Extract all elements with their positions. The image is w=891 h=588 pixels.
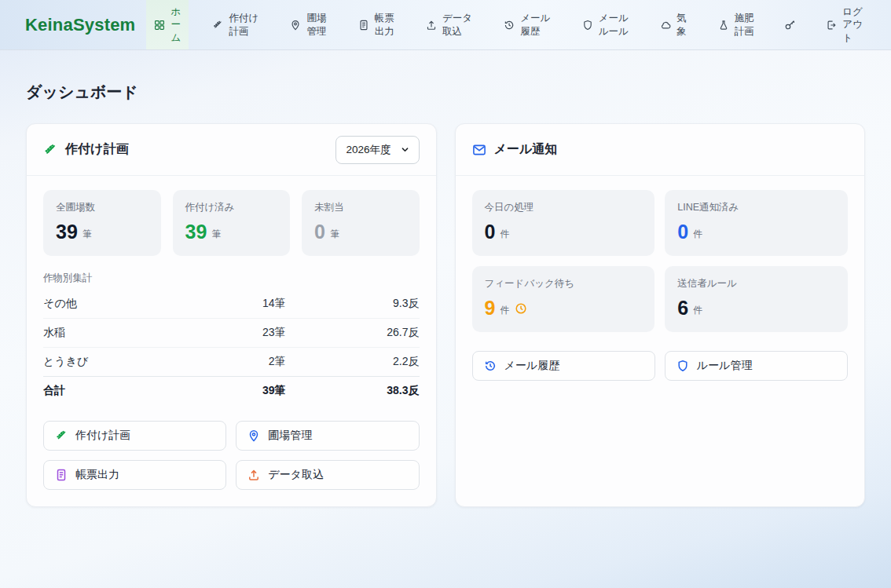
nav-item-fertilizer-plan[interactable]: 施肥 計画: [710, 0, 762, 49]
stat-unassigned-fields: 未割当 0筆: [302, 190, 420, 256]
stat-line-notified: LINE通知済み 0件: [665, 190, 848, 256]
nav-item-label: ホ ー ム: [170, 5, 181, 44]
planting-card-actions: 作付け計画 圃場管理 帳票出力 データ取込: [43, 421, 420, 490]
planting-card-body: 全圃場数 39筆 作付け済み 39筆 未割当 0筆 作物別集計 その: [27, 176, 436, 506]
mail-history-button[interactable]: メール履歴: [472, 351, 655, 381]
nav-item-mail-history[interactable]: メール 履歴: [496, 0, 558, 49]
page-title: ダッシュボード: [26, 82, 891, 103]
dashboard-cards: 作付け計画 2026年度 全圃場数 39筆 作付け済み 39筆: [26, 123, 865, 507]
table-row-total: 合計 39筆 38.3反: [43, 376, 420, 405]
grid-icon: [154, 20, 165, 31]
stat-value: 9: [485, 297, 496, 320]
chevron-down-icon: [401, 145, 409, 154]
year-select[interactable]: 2026年度: [336, 136, 419, 164]
shield-icon: [676, 360, 689, 372]
upload-icon: [426, 20, 437, 31]
nav-item-data-import[interactable]: データ 取込: [418, 0, 480, 49]
nav-item-logout[interactable]: ログ アウ ト: [818, 0, 871, 49]
envelope-icon: [472, 143, 486, 157]
nav-item-label: メール ルール: [599, 12, 629, 38]
mail-card-header: メール通知: [456, 124, 865, 176]
file-icon: [358, 20, 369, 31]
report-output-button[interactable]: 帳票出力: [43, 460, 226, 490]
year-select-value: 2026年度: [346, 143, 390, 157]
nav-item-label: 圃場 管理: [306, 12, 326, 38]
mail-card-title: メール通知: [472, 141, 558, 158]
mail-card-body: 今日の処理 0件 LINE通知済み 0件 フィードバック待ち 9件: [456, 176, 865, 506]
stat-today-processed: 今日の処理 0件: [472, 190, 655, 256]
stat-value: 0: [485, 221, 496, 243]
nav-item-label: 気 象: [676, 12, 687, 38]
crop-count: 14筆: [192, 297, 286, 311]
crop-name: その他: [43, 297, 192, 311]
logout-icon: [826, 20, 837, 31]
nav-item-label: 作付け 計画: [229, 12, 258, 38]
flask-icon: [718, 20, 729, 31]
clock-icon: [515, 302, 527, 315]
crop-area: 38.3反: [286, 384, 420, 398]
crop-name: 水稲: [43, 326, 192, 340]
planting-stats: 全圃場数 39筆 作付け済み 39筆 未割当 0筆: [43, 190, 420, 256]
nav-item-planting-plan[interactable]: 作付け 計画: [204, 0, 266, 49]
crop-name: とうきび: [43, 355, 192, 369]
crop-area: 26.7反: [286, 326, 420, 340]
crop-count: 39筆: [192, 384, 286, 398]
stat-unit: 件: [500, 228, 509, 241]
upload-icon: [248, 469, 260, 481]
crop-area: 9.3反: [286, 297, 420, 311]
data-import-button[interactable]: データ取込: [236, 460, 419, 490]
table-row: その他 14筆 9.3反: [43, 290, 420, 318]
file-icon: [55, 469, 68, 481]
stat-unit: 筆: [330, 228, 339, 241]
stat-value: 39: [185, 221, 207, 243]
cloud-icon: [660, 20, 671, 31]
mail-stats-row2: フィードバック待ち 9件 送信者ルール 6件: [472, 266, 849, 332]
stat-value: 0: [314, 221, 325, 243]
nav-item-label: 帳票 出力: [375, 12, 394, 38]
top-navbar: KeinaSystem ホ ー ム 作付け 計画 圃場 管理 帳票 出力 データ: [0, 0, 891, 50]
pin-icon: [290, 20, 301, 31]
stat-sender-rules: 送信者ルール 6件: [665, 266, 848, 332]
stat-value: 0: [677, 221, 688, 243]
mail-stats-row1: 今日の処理 0件 LINE通知済み 0件: [472, 190, 849, 256]
planting-plan-button[interactable]: 作付け計画: [43, 421, 226, 451]
stat-feedback-pending: フィードバック待ち 9件: [472, 266, 655, 332]
nav-item-label: ログ アウ ト: [842, 5, 863, 44]
mail-notification-card: メール通知 今日の処理 0件 LINE通知済み 0件 フィードバック: [455, 123, 866, 507]
clock-history-icon: [504, 20, 515, 31]
key-icon: [784, 19, 796, 31]
field-management-button[interactable]: 圃場管理: [236, 421, 419, 451]
nav-item-mail-rules[interactable]: メール ルール: [574, 0, 636, 49]
planting-card-title: 作付け計画: [43, 141, 128, 158]
nav-item-weather[interactable]: 気 象: [652, 0, 695, 49]
crop-area: 2.2反: [286, 355, 420, 369]
planting-plan-card: 作付け計画 2026年度 全圃場数 39筆 作付け済み 39筆: [26, 123, 437, 507]
shield-icon: [582, 20, 593, 31]
crop-count: 2筆: [192, 355, 286, 369]
table-row: 水稲 23筆 26.7反: [43, 318, 420, 347]
nav-item-home[interactable]: ホ ー ム: [146, 0, 189, 49]
stat-value: 39: [56, 221, 78, 243]
crop-breakdown-label: 作物別集計: [43, 272, 420, 290]
stat-unit: 筆: [82, 228, 92, 241]
stat-total-fields: 全圃場数 39筆: [43, 190, 161, 256]
stat-unit: 件: [500, 304, 509, 317]
nav-item-label: メール 履歴: [520, 12, 550, 38]
pin-icon: [248, 429, 260, 442]
stat-unit: 件: [693, 304, 702, 317]
mail-card-actions: メール履歴 ルール管理: [472, 351, 849, 381]
nav-item-label: 施肥 計画: [735, 12, 754, 38]
crop-count: 23筆: [192, 326, 286, 340]
nav-item-report-output[interactable]: 帳票 出力: [350, 0, 402, 49]
planting-card-header: 作付け計画 2026年度: [27, 124, 436, 176]
stat-value: 6: [677, 297, 688, 320]
brand-logo[interactable]: KeinaSystem: [25, 15, 135, 35]
nav-item-password-key[interactable]: [778, 0, 802, 49]
dashboard-page: KeinaSystem ホ ー ム 作付け 計画 圃場 管理 帳票 出力 データ: [0, 0, 891, 588]
nav-item-field-management[interactable]: 圃場 管理: [282, 0, 334, 49]
wheat-icon: [55, 429, 68, 442]
wheat-icon: [43, 143, 57, 157]
wheat-icon: [212, 20, 223, 31]
stat-unit: 筆: [211, 228, 221, 241]
rule-management-button[interactable]: ルール管理: [665, 351, 848, 381]
